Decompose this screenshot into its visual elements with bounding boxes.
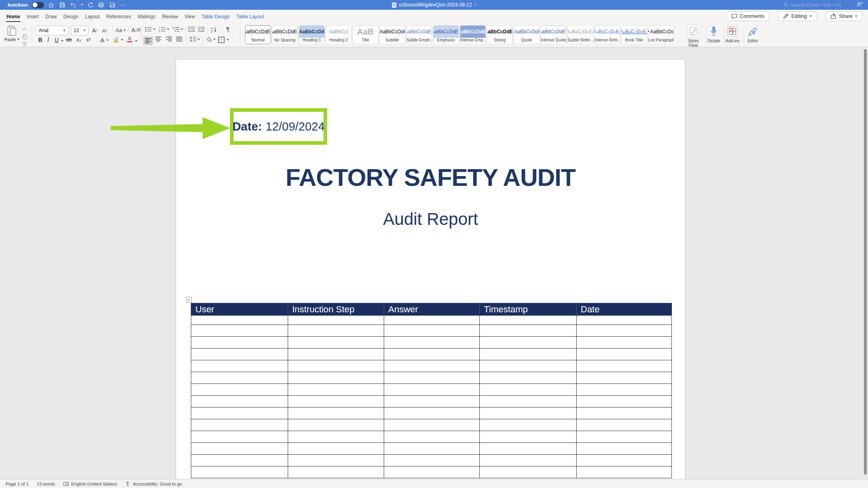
editor-button[interactable]: Editor [743,25,763,44]
decrease-indent-button[interactable] [188,26,195,32]
style-card-title[interactable]: AaBTitle [352,25,378,44]
table-cell[interactable] [384,466,480,478]
style-card-strong[interactable]: AaBbCcDdEeStrong [487,25,513,44]
table-cell[interactable] [191,455,288,466]
table-cell[interactable] [480,419,577,431]
tab-view[interactable]: View [181,10,199,23]
table-cell[interactable] [384,443,480,455]
tab-draw[interactable]: Draw [42,10,60,23]
document-page[interactable]: Date: 12/09/2024 FACTORY SAFETY AUDIT Au… [176,60,685,479]
table-cell[interactable] [384,407,480,419]
print-icon[interactable] [98,1,105,9]
tab-design[interactable]: Design [60,10,81,23]
presence-share-icon[interactable] [856,1,863,8]
table-cell[interactable] [480,396,577,407]
style-card-intense-emphasis[interactable]: AaBbCcDdEeIntense Emp... [460,25,486,44]
table-header-cell[interactable]: Date [577,303,672,316]
table-cell[interactable] [577,455,672,466]
show-paragraph-marks-button[interactable]: ¶ [226,26,230,33]
table-cell[interactable] [288,349,384,360]
search-input[interactable]: Search (Cmd + Ctrl + U) [783,0,841,10]
tab-mailings[interactable]: Mailings [134,10,159,23]
table-cell[interactable] [384,316,480,325]
style-card-subtle-emphasis[interactable]: AaBbCcDdEeSubtle Emph... [406,25,432,44]
tab-table-layout[interactable]: Table Layout [233,10,267,23]
vertical-scrollbar[interactable] [864,49,867,475]
style-card-emphasis[interactable]: AaBbCcDdEeEmphasis [433,25,459,44]
table-cell[interactable] [480,316,577,325]
table-cell[interactable] [480,337,577,349]
style-card-subtitle[interactable]: AaBbCcDdISubtitle [379,25,405,44]
tab-review[interactable]: Review [159,10,181,23]
table-cell[interactable] [191,407,288,419]
borders-button[interactable] [218,37,229,43]
tab-layout[interactable]: Layout [82,10,103,23]
tab-table-design[interactable]: Table Design [198,10,233,23]
table-cell[interactable] [577,419,672,431]
bullets-button[interactable] [145,26,155,32]
home-icon[interactable] [48,1,55,9]
numbering-button[interactable]: 123 [159,26,169,32]
table-cell[interactable] [191,360,288,372]
font-color-button[interactable]: A [127,37,132,42]
table-cell[interactable] [577,349,672,360]
save-as-icon[interactable] [109,1,116,9]
cut-icon[interactable]: ✂ [22,26,27,32]
table-cell[interactable] [288,431,384,443]
underline-button[interactable]: U [55,37,59,43]
table-cell[interactable] [384,337,480,349]
table-cell[interactable] [384,325,480,337]
text-effects-button[interactable]: A [100,37,109,44]
table-cell[interactable] [384,419,480,431]
autosave-toggle[interactable] [32,2,44,8]
table-cell[interactable] [480,372,577,384]
table-cell[interactable] [384,360,480,372]
tab-insert[interactable]: Insert [23,10,42,23]
copy-icon[interactable] [22,34,27,39]
table-cell[interactable] [288,337,384,349]
title-dropdown-icon[interactable] [474,4,477,6]
style-card-subtle-reference[interactable]: AaBbCcDdEeSubtle Refer... [567,25,593,44]
more-commands-icon[interactable]: ⋯ [120,1,127,9]
style-card-intense-reference[interactable]: AaBbCcDdEeIntense Refe... [594,25,620,44]
font-size-select[interactable]: 12 [71,26,89,35]
table-cell[interactable] [384,396,480,407]
green-arrow[interactable] [111,115,231,141]
table-cell[interactable] [384,349,480,360]
add-ins-button[interactable]: Add-ins [723,25,742,44]
table-cell[interactable] [191,384,288,396]
increase-indent-button[interactable] [198,26,205,32]
save-icon[interactable] [59,1,66,9]
table-cell[interactable] [577,384,672,396]
table-cell[interactable] [288,325,384,337]
clear-formatting-button[interactable]: A⌫ [131,27,141,33]
accessibility-status[interactable]: Accessibility: Good to go [125,481,181,486]
strikethrough-button[interactable]: ab [66,37,72,43]
style-card-quote[interactable]: AaBbCcDdIQuote [514,25,540,44]
sort-button[interactable]: AZ [211,26,217,33]
table-cell[interactable] [577,443,672,455]
table-cell[interactable] [288,443,384,455]
table-cell[interactable] [288,360,384,372]
table-cell[interactable] [288,466,384,478]
table-cell[interactable] [191,466,288,478]
table-cell[interactable] [191,443,288,455]
table-header-cell[interactable]: Answer [384,303,480,316]
styles-pane-button[interactable]: StylesPane [684,25,703,48]
style-card-intense-quote[interactable]: AaBbCcDdEeIntense Quote [540,25,566,44]
date-callout-box[interactable]: Date: 12/09/2024 [230,108,327,145]
table-header-cell[interactable]: Instruction Step [288,303,384,316]
style-card-heading2[interactable]: AaBbCcIHeading 2 [326,25,352,44]
page-count[interactable]: Page 1 of 1 [6,481,28,486]
table-cell[interactable] [577,337,672,349]
table-cell[interactable] [191,396,288,407]
editing-mode-button[interactable]: Editing [778,11,816,21]
subscript-button[interactable]: x₂ [77,37,81,43]
table-cell[interactable] [480,466,577,478]
shading-button[interactable] [206,37,216,42]
style-card-heading1[interactable]: AaBbCcDdHeading 1 [299,25,325,44]
table-cell[interactable] [577,372,672,384]
table-cell[interactable] [191,431,288,443]
table-cell[interactable] [577,431,672,443]
table-cell[interactable] [384,455,480,466]
